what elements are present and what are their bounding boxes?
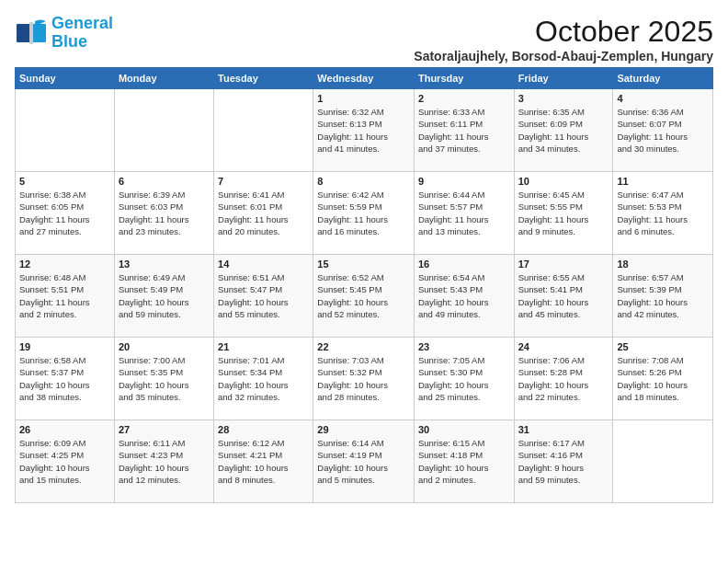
calendar-cell: 25Sunrise: 7:08 AM Sunset: 5:26 PM Dayli… <box>613 338 713 420</box>
day-info: Sunrise: 7:00 AM Sunset: 5:35 PM Dayligh… <box>119 354 210 403</box>
calendar-cell: 2Sunrise: 6:33 AM Sunset: 6:11 PM Daylig… <box>414 89 514 172</box>
calendar-cell: 16Sunrise: 6:54 AM Sunset: 5:43 PM Dayli… <box>414 255 514 338</box>
day-info: Sunrise: 7:08 AM Sunset: 5:26 PM Dayligh… <box>617 354 709 403</box>
day-info: Sunrise: 7:05 AM Sunset: 5:30 PM Dayligh… <box>418 354 510 403</box>
calendar-cell: 12Sunrise: 6:48 AM Sunset: 5:51 PM Dayli… <box>16 255 115 338</box>
day-number: 14 <box>218 259 309 270</box>
day-info: Sunrise: 6:35 AM Sunset: 6:09 PM Dayligh… <box>518 106 609 155</box>
day-info: Sunrise: 6:57 AM Sunset: 5:39 PM Dayligh… <box>617 271 709 320</box>
svg-rect-2 <box>32 24 46 42</box>
day-info: Sunrise: 6:45 AM Sunset: 5:55 PM Dayligh… <box>518 189 609 237</box>
calendar-cell: 31Sunrise: 6:17 AM Sunset: 4:16 PM Dayli… <box>514 420 613 503</box>
day-number: 4 <box>617 93 709 104</box>
day-number: 10 <box>518 176 609 187</box>
day-number: 22 <box>317 341 410 352</box>
calendar-cell: 15Sunrise: 6:52 AM Sunset: 5:45 PM Dayli… <box>313 255 415 338</box>
day-info: Sunrise: 6:42 AM Sunset: 5:59 PM Dayligh… <box>317 189 410 237</box>
day-info: Sunrise: 6:17 AM Sunset: 4:16 PM Dayligh… <box>518 437 609 486</box>
calendar-cell: 28Sunrise: 6:12 AM Sunset: 4:21 PM Dayli… <box>214 420 313 503</box>
title-block: October 2025 Satoraljaujhely, Borsod-Aba… <box>414 15 713 63</box>
day-info: Sunrise: 7:01 AM Sunset: 5:34 PM Dayligh… <box>218 354 309 403</box>
day-number: 18 <box>617 259 709 270</box>
day-info: Sunrise: 6:49 AM Sunset: 5:49 PM Dayligh… <box>119 271 210 320</box>
day-number: 29 <box>317 424 410 435</box>
week-row-1: 5Sunrise: 6:38 AM Sunset: 6:05 PM Daylig… <box>16 172 713 255</box>
calendar-cell <box>613 420 713 503</box>
day-number: 16 <box>418 259 510 270</box>
day-info: Sunrise: 6:15 AM Sunset: 4:18 PM Dayligh… <box>418 437 510 486</box>
week-row-4: 26Sunrise: 6:09 AM Sunset: 4:25 PM Dayli… <box>16 420 713 503</box>
day-number: 11 <box>617 176 709 187</box>
day-number: 24 <box>518 341 609 352</box>
day-number: 3 <box>518 93 609 104</box>
day-number: 5 <box>19 176 110 187</box>
calendar-cell <box>16 89 115 172</box>
day-info: Sunrise: 6:33 AM Sunset: 6:11 PM Dayligh… <box>418 106 510 155</box>
calendar-cell: 11Sunrise: 6:47 AM Sunset: 5:53 PM Dayli… <box>613 172 713 255</box>
day-number: 8 <box>317 176 410 187</box>
day-number: 20 <box>119 341 210 352</box>
header-wednesday: Wednesday <box>313 68 415 89</box>
day-info: Sunrise: 6:58 AM Sunset: 5:37 PM Dayligh… <box>19 354 110 403</box>
day-number: 6 <box>119 176 210 187</box>
calendar-cell: 9Sunrise: 6:44 AM Sunset: 5:57 PM Daylig… <box>414 172 514 255</box>
day-number: 1 <box>317 93 410 104</box>
calendar-cell: 1Sunrise: 6:32 AM Sunset: 6:13 PM Daylig… <box>313 89 415 172</box>
day-number: 9 <box>418 176 510 187</box>
logo-blue: Blue <box>51 32 87 51</box>
calendar-cell: 10Sunrise: 6:45 AM Sunset: 5:55 PM Dayli… <box>514 172 613 255</box>
day-info: Sunrise: 6:38 AM Sunset: 6:05 PM Dayligh… <box>19 189 110 237</box>
day-number: 28 <box>218 424 309 435</box>
calendar-cell: 7Sunrise: 6:41 AM Sunset: 6:01 PM Daylig… <box>214 172 313 255</box>
day-info: Sunrise: 6:47 AM Sunset: 5:53 PM Dayligh… <box>617 189 709 237</box>
calendar-cell: 20Sunrise: 7:00 AM Sunset: 5:35 PM Dayli… <box>114 338 213 420</box>
header-sunday: Sunday <box>16 68 115 89</box>
day-info: Sunrise: 6:44 AM Sunset: 5:57 PM Dayligh… <box>418 189 510 237</box>
day-number: 12 <box>19 259 110 270</box>
calendar-cell: 18Sunrise: 6:57 AM Sunset: 5:39 PM Dayli… <box>613 255 713 338</box>
logo-text: General Blue <box>51 15 113 52</box>
day-info: Sunrise: 6:39 AM Sunset: 6:03 PM Dayligh… <box>119 189 210 237</box>
day-number: 15 <box>317 259 410 270</box>
header-monday: Monday <box>114 68 213 89</box>
calendar-cell: 26Sunrise: 6:09 AM Sunset: 4:25 PM Dayli… <box>16 420 115 503</box>
calendar-cell: 6Sunrise: 6:39 AM Sunset: 6:03 PM Daylig… <box>114 172 213 255</box>
calendar-cell: 13Sunrise: 6:49 AM Sunset: 5:49 PM Dayli… <box>114 255 213 338</box>
day-info: Sunrise: 6:09 AM Sunset: 4:25 PM Dayligh… <box>19 437 110 486</box>
day-number: 27 <box>119 424 210 435</box>
calendar-cell: 23Sunrise: 7:05 AM Sunset: 5:30 PM Dayli… <box>414 338 514 420</box>
day-info: Sunrise: 6:55 AM Sunset: 5:41 PM Dayligh… <box>518 271 609 320</box>
calendar-cell <box>214 89 313 172</box>
day-info: Sunrise: 6:14 AM Sunset: 4:19 PM Dayligh… <box>317 437 410 486</box>
week-row-3: 19Sunrise: 6:58 AM Sunset: 5:37 PM Dayli… <box>16 338 713 420</box>
logo-icon <box>15 17 48 50</box>
calendar-cell: 29Sunrise: 6:14 AM Sunset: 4:19 PM Dayli… <box>313 420 415 503</box>
day-number: 19 <box>19 341 110 352</box>
calendar-cell: 3Sunrise: 6:35 AM Sunset: 6:09 PM Daylig… <box>514 89 613 172</box>
svg-rect-1 <box>17 24 30 42</box>
calendar-cell: 30Sunrise: 6:15 AM Sunset: 4:18 PM Dayli… <box>414 420 514 503</box>
calendar-cell: 27Sunrise: 6:11 AM Sunset: 4:23 PM Dayli… <box>114 420 213 503</box>
day-number: 7 <box>218 176 309 187</box>
day-info: Sunrise: 6:36 AM Sunset: 6:07 PM Dayligh… <box>617 106 709 155</box>
day-number: 25 <box>617 341 709 352</box>
day-info: Sunrise: 6:11 AM Sunset: 4:23 PM Dayligh… <box>119 437 210 486</box>
calendar-cell: 21Sunrise: 7:01 AM Sunset: 5:34 PM Dayli… <box>214 338 313 420</box>
day-number: 2 <box>418 93 510 104</box>
day-info: Sunrise: 7:03 AM Sunset: 5:32 PM Dayligh… <box>317 354 410 403</box>
calendar-cell: 14Sunrise: 6:51 AM Sunset: 5:47 PM Dayli… <box>214 255 313 338</box>
week-row-0: 1Sunrise: 6:32 AM Sunset: 6:13 PM Daylig… <box>16 89 713 172</box>
location-title: Satoraljaujhely, Borsod-Abauj-Zemplen, H… <box>414 49 713 63</box>
day-info: Sunrise: 6:51 AM Sunset: 5:47 PM Dayligh… <box>218 271 309 320</box>
header-saturday: Saturday <box>613 68 713 89</box>
logo: General Blue <box>15 15 113 52</box>
day-info: Sunrise: 6:54 AM Sunset: 5:43 PM Dayligh… <box>418 271 510 320</box>
calendar-cell <box>114 89 213 172</box>
day-number: 30 <box>418 424 510 435</box>
header-tuesday: Tuesday <box>214 68 313 89</box>
calendar-body: 1Sunrise: 6:32 AM Sunset: 6:13 PM Daylig… <box>16 89 713 503</box>
day-number: 13 <box>119 259 210 270</box>
calendar-header: SundayMondayTuesdayWednesdayThursdayFrid… <box>16 68 713 89</box>
day-info: Sunrise: 6:12 AM Sunset: 4:21 PM Dayligh… <box>218 437 309 486</box>
svg-rect-3 <box>29 22 33 44</box>
